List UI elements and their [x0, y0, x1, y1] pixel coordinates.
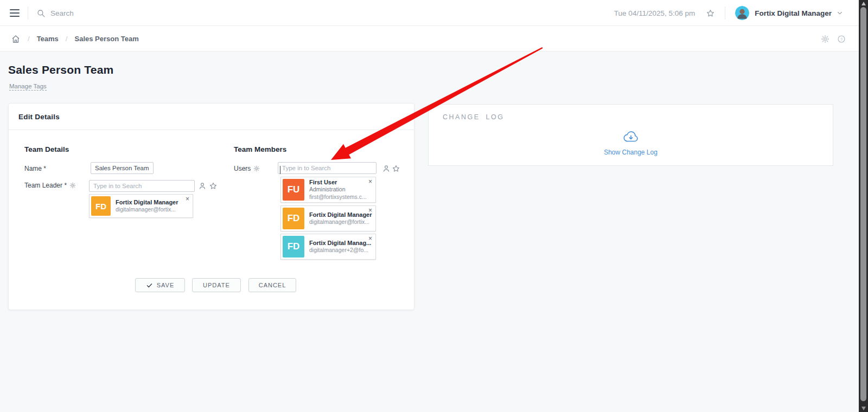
chip-user-email: first@fortixsystems.c... [309, 194, 367, 201]
card-title: Edit Details [18, 113, 60, 121]
users-search-input[interactable] [278, 162, 376, 174]
app-root: Tue 04/11/2025, 5:06 pm Fortix Digital M… [0, 0, 868, 412]
person-picker-icon[interactable] [198, 182, 207, 190]
text-caret [280, 166, 280, 174]
page-content: Tue 04/11/2025, 5:06 pm Fortix Digital M… [0, 0, 859, 412]
show-change-log-link[interactable]: Show Change Log [604, 149, 658, 156]
hamburger-menu-icon[interactable] [10, 9, 20, 17]
scrollbar[interactable] [859, 0, 868, 412]
person-picker-icon[interactable] [382, 164, 391, 173]
breadcrumb-current: Sales Person Team [74, 35, 138, 43]
chip-user-email: digitalmanager+2@fo... [309, 247, 371, 254]
card-header: Edit Details [9, 104, 414, 130]
topbar-left [10, 0, 224, 26]
breadcrumb-actions: ? [821, 26, 846, 52]
avatar-photo [735, 6, 749, 20]
chip-user-name: Fortix Digital Manager [309, 211, 372, 219]
home-icon[interactable] [11, 34, 21, 44]
scroll-up-arrow[interactable] [861, 2, 866, 5]
breadcrumb-teams[interactable]: Teams [37, 35, 59, 43]
chip-text: First User Administration first@fortixsy… [309, 179, 367, 201]
user-menu-label[interactable]: Fortix Digital Manager [755, 9, 832, 17]
scroll-down-arrow[interactable] [861, 407, 866, 410]
team-name-input[interactable] [91, 162, 154, 174]
datetime-label: Tue 04/11/2025, 5:06 pm [614, 9, 695, 17]
settings-gear-icon[interactable] [821, 35, 829, 43]
user-initials-avatar: FD [283, 236, 304, 258]
team-leader-label: Team Leader * [24, 182, 76, 189]
chip-user-role: Administration [309, 186, 367, 194]
chip-user-name: Fortix Digital Manag... [309, 240, 371, 247]
chip-text: Fortix Digital Manager digitalmanager@fo… [309, 211, 372, 226]
breadcrumb: / Teams / Sales Person Team [11, 26, 139, 52]
scrollbar-thumb[interactable] [860, 7, 866, 401]
avatar[interactable] [735, 6, 749, 20]
help-icon[interactable]: ? [837, 35, 846, 43]
close-icon[interactable]: × [368, 178, 372, 185]
page-title: Sales Person Team [8, 63, 113, 76]
breadcrumb-separator: / [28, 35, 30, 43]
chevron-down-icon[interactable] [836, 9, 844, 17]
favorite-star-icon[interactable] [209, 182, 218, 190]
team-leader-search-input[interactable] [89, 180, 195, 192]
team-leader-chip: FD Fortix Digital Manager digitalmanager… [89, 194, 193, 218]
chip-user-email: digitalmanager@fortix... [116, 206, 178, 214]
chip-user-name: Fortix Digital Manager [116, 199, 178, 207]
topbar-right: Tue 04/11/2025, 5:06 pm Fortix Digital M… [614, 0, 844, 26]
svg-text:?: ? [840, 36, 843, 41]
breadcrumb-bar: / Teams / Sales Person Team ? [0, 26, 859, 52]
user-initials-avatar: FD [91, 196, 111, 216]
close-icon[interactable]: × [186, 196, 189, 202]
gear-icon[interactable] [69, 182, 76, 189]
team-member-chip: FU First User Administration first@forti… [280, 177, 376, 203]
favorite-star-icon[interactable] [706, 9, 715, 18]
name-label: Name * [24, 165, 46, 172]
search-icon [36, 9, 46, 18]
favorite-star-icon[interactable] [392, 164, 400, 173]
chip-user-email: digitalmanager@fortix... [309, 218, 372, 226]
cloud-download-icon[interactable] [623, 130, 639, 143]
team-member-chip: FD Fortix Digital Manager digitalmanager… [280, 205, 376, 231]
breadcrumb-separator: / [66, 35, 68, 43]
team-details-heading: Team Details [24, 145, 69, 153]
close-icon[interactable]: × [368, 207, 372, 214]
team-members-heading: Team Members [234, 145, 286, 153]
cancel-button[interactable]: CANCEL [248, 278, 296, 292]
manage-tags-link[interactable]: Manage Tags [9, 83, 47, 91]
update-button[interactable]: UPDATE [192, 278, 241, 292]
user-initials-avatar: FU [283, 179, 304, 201]
gear-icon[interactable] [253, 165, 260, 172]
users-label: Users [234, 165, 260, 172]
check-icon [146, 282, 153, 289]
close-icon[interactable]: × [368, 235, 372, 242]
team-member-chip: FD Fortix Digital Manag... digitalmanage… [280, 234, 376, 260]
change-log-title: CHANGE LOG [443, 113, 504, 121]
edit-details-card: Edit Details Team Details Team Members N… [8, 103, 414, 310]
chip-text: Fortix Digital Manag... digitalmanager+2… [309, 240, 371, 254]
divider [28, 7, 28, 20]
chip-text: Fortix Digital Manager digitalmanager@fo… [116, 199, 178, 214]
divider [725, 7, 725, 20]
change-log-card: CHANGE LOG Show Change Log [428, 104, 833, 166]
save-button[interactable]: SAVE [135, 278, 185, 292]
global-search-input[interactable] [50, 9, 224, 17]
user-initials-avatar: FD [283, 208, 304, 229]
chip-user-name: First User [309, 179, 367, 186]
topbar: Tue 04/11/2025, 5:06 pm Fortix Digital M… [0, 0, 859, 26]
